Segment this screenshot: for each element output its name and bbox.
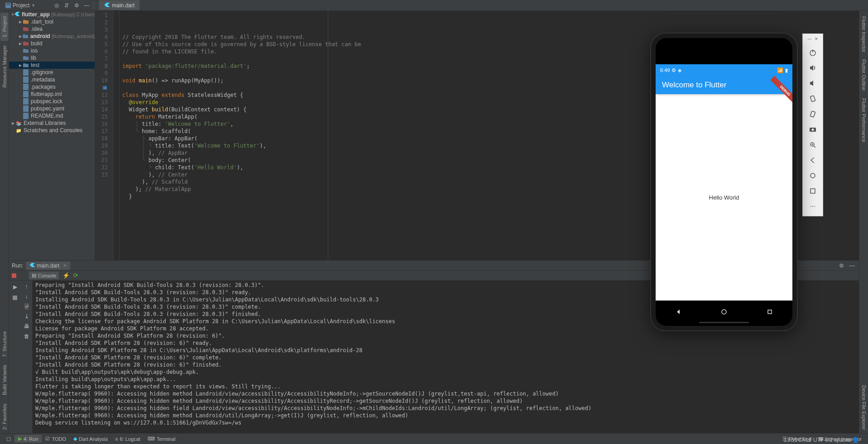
right-tab-inspector[interactable]: Flutter Inspector xyxy=(860,13,868,56)
android-status-bar: 6:49 ⚙ ◈ 📶 ▮ xyxy=(656,64,792,76)
fold-column[interactable] xyxy=(114,11,120,260)
tree-item[interactable]: ▶test xyxy=(9,62,95,69)
bottom-logcat-tab[interactable]: ≡6: Logcat xyxy=(111,435,144,443)
scroll-end-icon[interactable]: ⤓ xyxy=(24,313,29,320)
left-tab-structure[interactable]: 7: Structure xyxy=(0,328,9,361)
volume-up-icon[interactable] xyxy=(805,61,820,75)
tree-item[interactable]: ▶.metadata xyxy=(9,76,95,83)
tree-root[interactable]: ▼flutter_app [flutterapp] C:\Users\Julia xyxy=(9,11,95,18)
collapse-icon[interactable]: ⇵ xyxy=(62,0,72,10)
tree-item[interactable]: ▶flutterapp.iml xyxy=(9,91,95,98)
close-tab-icon[interactable]: ✕ xyxy=(63,263,67,268)
tree-item[interactable]: ▶pubspec.yaml xyxy=(9,105,95,112)
device-screen[interactable]: 6:49 ⚙ ◈ 📶 ▮ Welcome to Flutter Hello Wo… xyxy=(656,64,792,301)
project-label: Project xyxy=(13,2,29,9)
emu-close-icon[interactable]: ✕ xyxy=(815,37,818,41)
tree-item[interactable]: ▶.gitignore xyxy=(9,69,95,76)
left-tab-project[interactable]: 1: Project xyxy=(0,13,9,41)
bottom-tool-bar: ▢ ▶4: Run ☑TODO ◆Dart Analysis ≡6: Logca… xyxy=(0,433,868,444)
down-icon[interactable]: ↓ xyxy=(25,293,28,300)
tree-item[interactable]: ▶.idea xyxy=(9,25,95,33)
right-tab-devexpl[interactable]: Device File Explorer xyxy=(860,382,868,433)
right-tool-strip: Flutter Inspector Flutter Outline Flutte… xyxy=(859,11,868,433)
left-tab-favorites[interactable]: 2: Favorites xyxy=(0,400,9,433)
tool-window-list-icon[interactable]: ▢ xyxy=(3,435,14,443)
status-bar: 13:55 CRLF UTF-8 2 spaces 👤 xyxy=(784,437,859,443)
status-time: 6:49 xyxy=(660,67,670,73)
softwrap-icon[interactable]: ⤶ xyxy=(24,303,29,310)
run-tab-name: main.dart xyxy=(37,263,59,269)
more-icon[interactable]: ⋯ xyxy=(805,200,820,213)
left-tab-buildvar[interactable]: Build Variants xyxy=(0,361,9,399)
rerun-icon[interactable]: ▶ xyxy=(11,283,19,291)
tree-item[interactable]: ▶README.md xyxy=(9,112,95,119)
volume-down-icon[interactable] xyxy=(805,76,820,90)
bottom-run-tab[interactable]: ▶4: Run xyxy=(14,435,42,443)
tree-item[interactable]: ▶build xyxy=(9,40,95,47)
emu-minimize-icon[interactable]: — xyxy=(808,37,812,41)
caret-position[interactable]: 13:55 xyxy=(784,437,797,443)
settings-icon[interactable]: ⚙ xyxy=(72,0,82,10)
svg-rect-0 xyxy=(5,3,11,8)
minimize-panel-icon[interactable]: — xyxy=(82,0,91,10)
run-left-gutter2: ↑ ↓ ⤶ ⤓ 🖶 🗑 xyxy=(21,281,33,433)
stop-button[interactable] xyxy=(12,273,16,278)
file-encoding[interactable]: UTF-8 xyxy=(813,437,829,443)
bottom-dart-tab[interactable]: ◆Dart Analysis xyxy=(70,435,111,443)
app-title: Welcome to Flutter xyxy=(662,81,726,90)
indent-setting[interactable]: 2 spaces xyxy=(830,437,851,443)
tree-item[interactable]: ▶ios xyxy=(9,47,95,54)
power-icon[interactable] xyxy=(805,46,820,59)
right-tab-performance[interactable]: Flutter Performance xyxy=(860,95,868,146)
console-tab-label: Console xyxy=(38,273,56,278)
svg-line-11 xyxy=(814,146,815,148)
back-button-icon[interactable] xyxy=(805,153,820,167)
run-tab[interactable]: main.dart ✕ xyxy=(26,262,70,270)
target-icon[interactable]: ◎ xyxy=(52,0,62,10)
svg-point-14 xyxy=(810,173,815,178)
tree-item[interactable]: ▶pubspec.lock xyxy=(9,98,95,105)
console-tab[interactable]: ▤ Console xyxy=(29,272,59,279)
bottom-todo-tab[interactable]: ☑TODO xyxy=(42,435,70,443)
up-icon[interactable]: ↑ xyxy=(25,283,28,290)
zoom-icon[interactable] xyxy=(805,138,820,152)
print-icon[interactable]: 🖶 xyxy=(24,323,29,329)
home-button-icon[interactable] xyxy=(805,169,820,182)
rotate-right-icon[interactable] xyxy=(805,107,820,121)
editor-tab[interactable]: main.dart xyxy=(99,0,139,10)
tree-item[interactable]: ▶.packages xyxy=(9,83,95,91)
stop-icon[interactable] xyxy=(11,294,19,301)
hot-restart-icon[interactable]: ⟳ xyxy=(73,272,78,279)
overview-button-icon[interactable] xyxy=(805,184,820,198)
clear-icon[interactable]: 🗑 xyxy=(24,333,29,339)
console-tab-icon: ▤ xyxy=(32,272,36,278)
back-icon[interactable] xyxy=(675,309,681,315)
emulator-toolbar: — ✕ ⋯ xyxy=(802,33,823,216)
left-tab-resmgr[interactable]: Resource Manager xyxy=(0,42,9,91)
external-libraries[interactable]: ▶📚External Libraries xyxy=(9,119,95,127)
tab-filename: main.dart xyxy=(112,2,134,9)
run-header-label: Run: xyxy=(12,263,23,269)
bottom-terminal-tab[interactable]: ⌨Terminal xyxy=(144,435,179,443)
run-settings-icon[interactable]: ⚙ xyxy=(837,262,845,270)
hot-reload-icon[interactable]: ⚡ xyxy=(62,272,70,279)
hello-text: Hello World xyxy=(709,194,739,201)
scratches[interactable]: 📁Scratches and Consoles xyxy=(9,127,95,134)
screenshot-icon[interactable] xyxy=(805,123,820,136)
inspection-icon[interactable]: 👤 xyxy=(852,437,859,443)
tree-item[interactable]: ▶.dart_tool xyxy=(9,18,95,25)
project-dropdown[interactable]: Project ▼ xyxy=(3,1,38,10)
right-margin-line xyxy=(328,11,328,260)
wifi-icon: 📶 xyxy=(777,67,783,73)
rotate-left-icon[interactable] xyxy=(805,92,820,105)
run-minimize-icon[interactable]: — xyxy=(848,262,856,270)
recents-icon[interactable] xyxy=(767,309,773,315)
tree-item[interactable]: ▶android [flutterapp_android] xyxy=(9,33,95,40)
line-separator[interactable]: CRLF xyxy=(798,437,812,443)
tree-item[interactable]: ▶lib xyxy=(9,54,95,62)
home-icon[interactable] xyxy=(721,309,727,315)
emulator-window: 6:49 ⚙ ◈ 📶 ▮ Welcome to Flutter Hello Wo… xyxy=(651,33,823,330)
flutter-icon xyxy=(29,263,35,268)
project-tree[interactable]: ▼flutter_app [flutterapp] C:\Users\Julia… xyxy=(9,11,95,260)
right-tab-outline[interactable]: Flutter Outline xyxy=(860,56,868,94)
